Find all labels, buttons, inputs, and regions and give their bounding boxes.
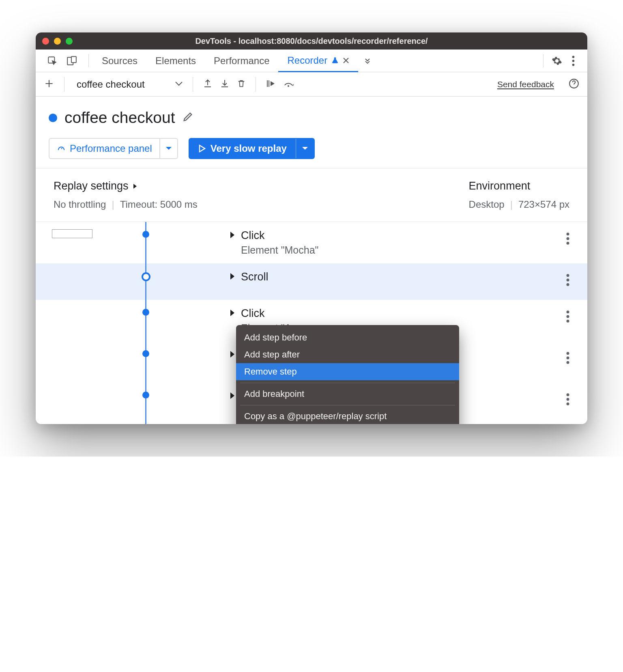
svg-point-16 xyxy=(567,320,569,323)
tab-recorder[interactable]: Recorder xyxy=(278,50,358,72)
flow-dropdown-icon[interactable] xyxy=(173,79,185,90)
settings-icon[interactable] xyxy=(550,54,564,68)
step-title: Scroll xyxy=(230,271,543,283)
menu-separator xyxy=(240,405,455,405)
timeline-node xyxy=(142,309,149,316)
help-icon[interactable] xyxy=(567,77,581,92)
traffic-lights xyxy=(42,38,73,45)
svg-point-22 xyxy=(567,403,569,405)
more-options-icon[interactable] xyxy=(566,54,580,68)
step-title: Click xyxy=(230,307,543,320)
expand-step-icon[interactable] xyxy=(230,273,234,280)
play-icon xyxy=(198,144,206,153)
step-play-icon[interactable] xyxy=(264,77,278,92)
device-toggle-icon[interactable] xyxy=(65,54,79,68)
flow-title: coffee checkout xyxy=(64,109,175,127)
step-subtitle: Element "Mocha" xyxy=(241,244,543,256)
svg-point-10 xyxy=(567,242,569,245)
expand-step-icon[interactable] xyxy=(230,310,234,316)
svg-point-12 xyxy=(567,279,569,282)
menu-item[interactable]: Copy as a @puppeteer/replay script xyxy=(236,408,459,424)
export-icon[interactable] xyxy=(201,77,214,92)
devtools-tabs: Sources Elements Performance Recorder xyxy=(36,50,587,72)
step-menu-icon[interactable] xyxy=(566,393,569,407)
svg-point-8 xyxy=(567,233,569,235)
tab-sources[interactable]: Sources xyxy=(93,50,146,72)
recorder-toolbar: coffee checkout Send feedback xyxy=(36,72,587,97)
expand-step-icon[interactable] xyxy=(230,232,234,238)
replay-settings-section: Replay settings No throttling | Timeout:… xyxy=(36,168,587,222)
svg-point-4 xyxy=(572,60,574,62)
minimize-window[interactable] xyxy=(54,38,61,45)
flow-select[interactable]: coffee checkout xyxy=(73,79,149,90)
svg-point-21 xyxy=(567,398,569,401)
close-window[interactable] xyxy=(42,38,49,45)
maximize-window[interactable] xyxy=(66,38,73,45)
delete-icon[interactable] xyxy=(235,77,247,92)
step-menu-icon[interactable] xyxy=(566,233,569,246)
environment-heading: Environment xyxy=(469,180,569,192)
titlebar: DevTools - localhost:8080/docs/devtools/… xyxy=(36,32,587,50)
step-over-icon[interactable] xyxy=(282,78,297,91)
dimensions-value: 723×574 px xyxy=(518,199,569,210)
svg-rect-2 xyxy=(71,56,76,62)
expand-icon xyxy=(133,183,137,190)
timeout-value: Timeout: 5000 ms xyxy=(120,199,198,210)
menu-separator xyxy=(240,383,455,383)
svg-point-18 xyxy=(567,357,569,360)
step-row[interactable]: ClickElement "Mocha" xyxy=(36,222,587,263)
expand-step-icon[interactable] xyxy=(230,351,234,358)
flask-icon xyxy=(331,56,339,65)
svg-point-13 xyxy=(567,283,569,286)
timeline-node xyxy=(142,231,149,238)
svg-point-19 xyxy=(567,361,569,364)
svg-point-5 xyxy=(572,63,574,66)
step-context-menu: Add step beforeAdd step afterRemove step… xyxy=(236,325,459,424)
device-value: Desktop xyxy=(469,199,505,210)
svg-point-14 xyxy=(567,310,569,313)
expand-step-icon[interactable] xyxy=(230,392,234,399)
timeline-node xyxy=(142,392,149,398)
step-menu-icon[interactable] xyxy=(566,274,569,288)
menu-item[interactable]: Remove step xyxy=(236,363,459,380)
recording-indicator xyxy=(49,114,57,122)
window-title: DevTools - localhost:8080/docs/devtools/… xyxy=(36,37,587,46)
svg-point-9 xyxy=(567,237,569,240)
throttling-value: No throttling xyxy=(54,199,106,210)
flow-header: coffee checkout Performance panel Very s… xyxy=(36,97,587,168)
close-tab-icon[interactable] xyxy=(343,57,349,64)
step-title: Click xyxy=(230,229,543,242)
svg-point-3 xyxy=(572,56,574,58)
svg-point-15 xyxy=(567,315,569,318)
step-row[interactable]: Scroll xyxy=(36,263,587,300)
performance-panel-button[interactable]: Performance panel xyxy=(49,138,178,159)
add-flow-icon[interactable] xyxy=(42,77,56,92)
svg-point-17 xyxy=(567,352,569,355)
menu-item[interactable]: Add step before xyxy=(236,329,459,346)
tab-performance[interactable]: Performance xyxy=(205,50,278,72)
step-menu-icon[interactable] xyxy=(566,310,569,324)
menu-item[interactable]: Add step after xyxy=(236,346,459,363)
devtools-window: DevTools - localhost:8080/docs/devtools/… xyxy=(36,32,587,424)
tab-elements[interactable]: Elements xyxy=(146,50,205,72)
replay-dropdown[interactable] xyxy=(296,139,314,158)
performance-panel-dropdown[interactable] xyxy=(160,139,177,158)
svg-point-6 xyxy=(288,85,289,87)
gauge-icon xyxy=(57,144,66,153)
step-thumbnail xyxy=(52,229,92,238)
step-menu-icon[interactable] xyxy=(566,352,569,366)
more-tabs-icon[interactable] xyxy=(361,54,374,68)
timeline-node xyxy=(142,272,150,281)
timeline-node xyxy=(142,350,149,357)
replay-button[interactable]: Very slow replay xyxy=(189,138,315,159)
menu-item[interactable]: Add breakpoint xyxy=(236,386,459,403)
svg-point-11 xyxy=(567,274,569,277)
edit-title-icon[interactable] xyxy=(182,111,193,124)
inspect-icon[interactable] xyxy=(45,54,59,68)
import-icon[interactable] xyxy=(218,77,231,92)
steps-timeline: ClickElement "Mocha"ScrollClickElement "… xyxy=(36,222,587,424)
replay-settings-heading[interactable]: Replay settings xyxy=(54,180,198,192)
send-feedback-link[interactable]: Send feedback xyxy=(497,80,554,89)
svg-point-20 xyxy=(567,393,569,396)
